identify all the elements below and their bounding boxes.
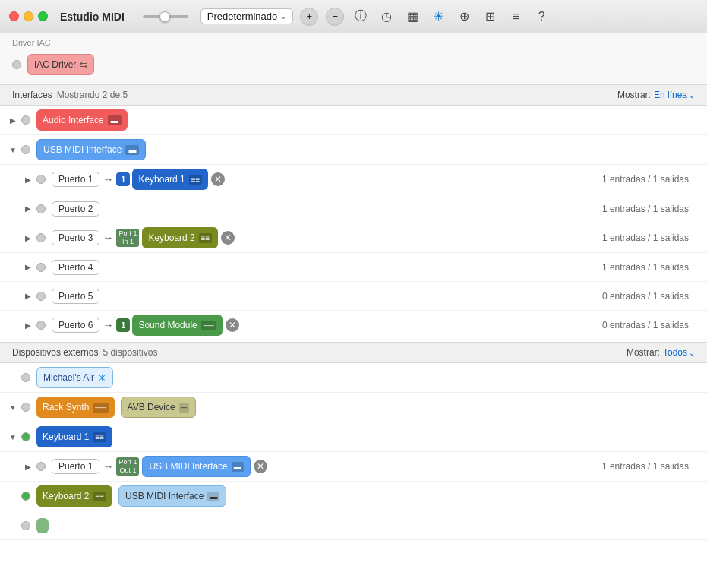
zoom-slider-container	[143, 15, 188, 18]
bottom-partial-chip[interactable]	[36, 518, 49, 533]
usb-midi-label: USB MIDI Interface	[43, 144, 122, 155]
port5-row: ▶ Puerto 5 0 entradas / 1 salidas	[0, 282, 707, 311]
ext-keyboard1-port1-arrow: ↔	[103, 460, 113, 473]
interfaces-label: Interfaces	[12, 90, 52, 100]
port6-sound-module-chip[interactable]: Sound Module ──	[132, 315, 223, 336]
audio-interface-expand-btn[interactable]: ▶	[6, 113, 20, 127]
port4-label: Puerto 4	[52, 260, 99, 275]
port6-dot	[36, 321, 46, 330]
rack-synth-row: ▼ Rack Synth ── AVB Device ─	[0, 393, 707, 422]
port3-keyboard2-chip[interactable]: Keyboard 2 ≡≡	[142, 227, 218, 248]
ext-keyboard2-row: ▶ Keyboard 2 ≡≡ USB MIDI Interface ▬	[0, 482, 707, 511]
ext-keyboard2-icon: ≡≡	[93, 492, 106, 501]
port5-label: Puerto 5	[52, 289, 99, 304]
ext-keyboard1-port1-usb-chip[interactable]: USB MIDI Interface ▬	[142, 456, 250, 477]
audio-interface-chip[interactable]: Audio Interface ▬	[36, 109, 128, 131]
grid-icon[interactable]: ⊞	[481, 8, 498, 25]
ext-keyboard1-port1-row: ▶ Puerto 1 ↔ Port 1Out 1 USB MIDI Interf…	[0, 452, 707, 482]
port1-io: 1 entradas / 1 salidas	[602, 174, 701, 185]
ext-keyboard1-port1-label: Puerto 1	[52, 459, 99, 474]
external-devices-show-label: Mostrar:	[627, 347, 660, 358]
usb-midi-expand-btn[interactable]: ▼	[6, 143, 20, 156]
ext-keyboard1-expand-btn[interactable]: ▼	[6, 430, 20, 444]
info-icon[interactable]: ⓘ	[352, 8, 369, 25]
ext-keyboard2-usb-chip[interactable]: USB MIDI Interface ▬	[118, 485, 226, 507]
port2-io: 1 entradas / 1 salidas	[602, 204, 701, 214]
ext-keyboard1-chip[interactable]: Keyboard 1 ≡≡	[36, 426, 112, 447]
port6-io: 0 entradas / 1 salidas	[602, 320, 701, 330]
port6-expand-btn[interactable]: ▶	[21, 318, 35, 332]
rack-synth-dot	[21, 403, 30, 412]
interfaces-show-value[interactable]: En línea ⌄	[654, 90, 695, 100]
remove-button[interactable]: −	[326, 8, 344, 26]
external-devices-count: 5 dispositivos	[103, 347, 157, 358]
port6-row: ▶ Puerto 6 → 1 Sound Module ── ✕ 0 entra…	[0, 311, 707, 340]
usb-midi-icon: ▬	[125, 145, 139, 155]
port6-arrow: →	[103, 319, 113, 331]
iac-dot	[12, 60, 21, 69]
michaels-air-chip[interactable]: Michael's Air ✳	[36, 367, 113, 388]
minimize-button[interactable]	[24, 11, 33, 21]
zoom-slider-thumb[interactable]	[159, 11, 170, 22]
ext-keyboard1-port1-expand-btn[interactable]: ▶	[21, 460, 35, 473]
bluetooth-icon[interactable]: ✳	[430, 8, 447, 25]
ext-keyboard2-chip[interactable]: Keyboard 2 ≡≡	[36, 485, 112, 507]
network-icon[interactable]: ⊕	[456, 8, 472, 25]
michaels-air-label: Michael's Air	[43, 372, 94, 383]
ext-keyboard1-port1-badge: Port 1Out 1	[116, 457, 139, 476]
port3-expand-btn[interactable]: ▶	[21, 231, 35, 245]
port3-port-badge: Port 1In 1	[116, 229, 139, 247]
iac-driver-chip[interactable]: IAC Driver ⇆	[27, 54, 94, 75]
rack-synth-expand-btn[interactable]: ▼	[6, 400, 20, 414]
audio-interface-row: ▶ Audio Interface ▬	[0, 106, 707, 135]
port1-dot	[36, 175, 46, 184]
port1-expand-btn[interactable]: ▶	[21, 172, 35, 186]
interfaces-show-control: Mostrar: En línea ⌄	[617, 90, 695, 100]
port1-arrow: ↔	[103, 173, 113, 185]
help-icon[interactable]: ?	[533, 8, 550, 25]
ext-keyboard1-port1-remove-btn[interactable]: ✕	[254, 460, 267, 473]
interfaces-show-label: Mostrar:	[617, 90, 651, 100]
close-button[interactable]	[9, 11, 19, 21]
audio-interface-dot	[21, 115, 30, 125]
external-devices-header: Dispositivos externos 5 dispositivos Mos…	[0, 342, 707, 363]
zoom-slider-track[interactable]	[143, 15, 188, 18]
michaels-air-row: ▶ Michael's Air ✳	[0, 363, 707, 393]
clock-icon[interactable]: ◷	[378, 8, 395, 25]
add-button[interactable]: +	[300, 8, 318, 26]
ext-keyboard2-label: Keyboard 2	[43, 491, 89, 501]
usb-midi-interface-chip[interactable]: USB MIDI Interface ▬	[36, 139, 146, 160]
preset-label: Predeterminado	[207, 11, 278, 22]
maximize-button[interactable]	[38, 11, 48, 21]
michaels-air-bluetooth-icon: ✳	[98, 372, 106, 384]
avb-device-icon: ─	[179, 403, 189, 413]
list-icon[interactable]: ≡	[507, 8, 524, 25]
preset-selector[interactable]: Predeterminado ⌄	[200, 8, 294, 24]
bottom-partial-row: ▶	[0, 511, 707, 540]
port3-keyboard2-label: Keyboard 2	[148, 232, 194, 243]
port6-remove-btn[interactable]: ✕	[226, 318, 239, 332]
port4-dot	[36, 263, 46, 272]
michaels-air-dot	[21, 373, 30, 382]
ext-keyboard1-port1-usb-icon: ▬	[232, 462, 244, 472]
port2-expand-btn[interactable]: ▶	[21, 202, 35, 216]
avb-device-label: AVB Device	[128, 402, 175, 413]
ext-keyboard1-dot	[21, 432, 30, 441]
port4-expand-btn[interactable]: ▶	[21, 261, 35, 274]
app-title: Estudio MIDI	[60, 11, 125, 23]
rack-synth-chip[interactable]: Rack Synth ──	[36, 397, 115, 418]
port5-expand-btn[interactable]: ▶	[21, 289, 35, 303]
avb-device-chip[interactable]: AVB Device ─	[121, 397, 196, 418]
ext-keyboard1-port1-io: 1 entradas / 1 salidas	[602, 461, 701, 472]
piano-icon[interactable]: ▦	[404, 8, 421, 25]
port1-remove-btn[interactable]: ✕	[211, 172, 225, 186]
port1-keyboard1-chip[interactable]: Keyboard 1 ≡≡	[132, 169, 208, 190]
avb-device-chip-container: AVB Device ─	[121, 397, 196, 418]
port3-remove-btn[interactable]: ✕	[221, 231, 235, 245]
external-devices-show-value[interactable]: Todos ⌄	[663, 347, 695, 358]
ext-keyboard2-usb-chip-container: USB MIDI Interface ▬	[118, 485, 226, 507]
port6-sound-module-badge: 1	[116, 318, 130, 332]
ext-keyboard2-dot	[21, 492, 30, 501]
port1-keyboard1-badge: 1	[116, 172, 130, 186]
port3-label: Puerto 3	[52, 230, 99, 245]
